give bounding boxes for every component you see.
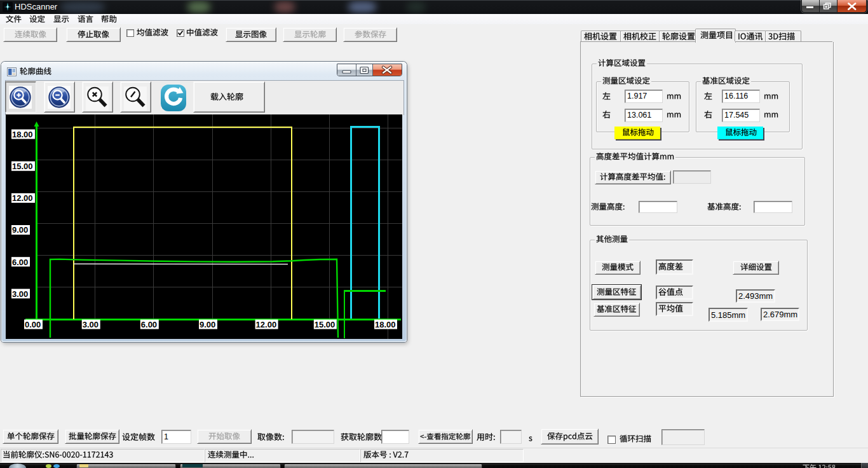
svg-text:6.00: 6.00 — [141, 320, 157, 329]
svg-text:0.00: 0.00 — [25, 320, 41, 329]
svg-text:18.00: 18.00 — [12, 130, 33, 139]
svg-text:12.00: 12.00 — [256, 320, 277, 329]
svg-text:18.00: 18.00 — [375, 320, 396, 329]
svg-text:3.00: 3.00 — [83, 320, 98, 329]
svg-text:15.00: 15.00 — [12, 162, 33, 171]
svg-text:9.00: 9.00 — [12, 225, 28, 235]
svg-text:3.00: 3.00 — [12, 289, 28, 299]
svg-text:12.00: 12.00 — [12, 193, 33, 203]
svg-text:15.00: 15.00 — [315, 320, 336, 329]
svg-text:9.00: 9.00 — [200, 320, 215, 329]
svg-text:6.00: 6.00 — [12, 258, 28, 267]
